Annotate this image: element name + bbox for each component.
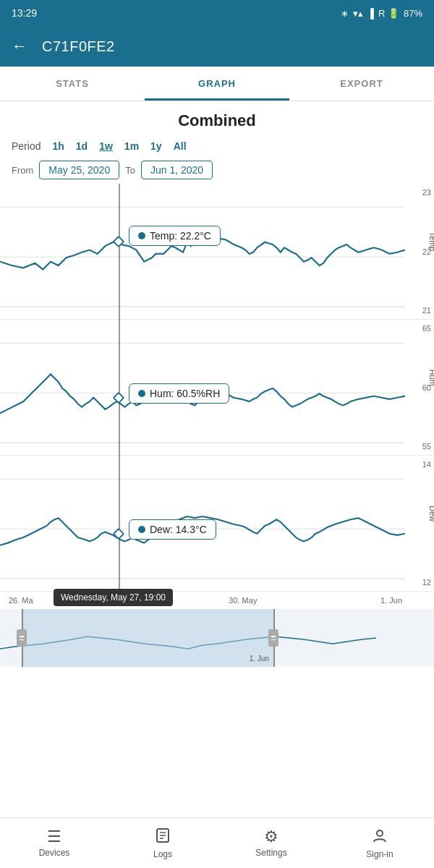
dew-chart[interactable]: 14 12 Dew Dew: 14.3°C bbox=[0, 456, 434, 592]
mini-handle-right[interactable] bbox=[268, 629, 278, 647]
nav-settings[interactable]: ⚙ Settings bbox=[217, 818, 326, 868]
nav-devices[interactable]: ☰ Devices bbox=[0, 818, 109, 868]
status-time: 13:29 bbox=[12, 7, 37, 19]
logs-icon bbox=[155, 827, 171, 846]
period-all[interactable]: All bbox=[171, 139, 190, 153]
header: ← C71F0FE2 bbox=[0, 26, 434, 67]
hum-chart[interactable]: 65 60 55 Hum Hum: 60.5%RH bbox=[0, 320, 434, 456]
svg-point-13 bbox=[377, 830, 383, 836]
status-bar: 13:29 ∗ ▾▴ ▐ R 🔋 87% bbox=[0, 0, 434, 26]
temp-chart-svg bbox=[0, 184, 405, 330]
period-1y[interactable]: 1y bbox=[148, 139, 165, 153]
chart-title: Combined bbox=[0, 101, 434, 136]
nav-signin[interactable]: Sign-in bbox=[326, 818, 434, 868]
to-date-picker[interactable]: Jun 1, 2020 bbox=[141, 161, 213, 179]
bottom-nav: ☰ Devices Logs ⚙ Settings Sign-in bbox=[0, 817, 434, 868]
dew-chart-svg bbox=[0, 456, 405, 602]
period-1d[interactable]: 1d bbox=[73, 139, 90, 153]
tab-bar: STATS GRAPH EXPORT bbox=[0, 67, 434, 101]
period-label: Period bbox=[12, 140, 41, 152]
from-date-picker[interactable]: May 25, 2020 bbox=[39, 161, 119, 179]
dew-y-bot: 12 bbox=[408, 578, 431, 587]
battery-label: R 🔋 bbox=[378, 8, 399, 19]
tab-stats[interactable]: STATS bbox=[0, 67, 145, 101]
temp-y-top: 23 bbox=[408, 188, 431, 197]
mini-chart-date-label: 1. Jun bbox=[250, 655, 269, 663]
main-content: Combined Period 1h 1d 1w 1m 1y All From … bbox=[0, 101, 434, 817]
back-button[interactable]: ← bbox=[12, 37, 27, 56]
nav-signin-label: Sign-in bbox=[366, 849, 393, 859]
hum-y-bot: 55 bbox=[408, 442, 431, 451]
charts-wrapper: 23 22 21 Temp Temp: 22.2°C bbox=[0, 184, 434, 609]
crosshair-date-tooltip: Wednesday, May 27, 19:00 bbox=[54, 589, 173, 606]
settings-icon: ⚙ bbox=[264, 829, 278, 845]
period-selector: Period 1h 1d 1w 1m 1y All bbox=[0, 136, 434, 156]
period-1w[interactable]: 1w bbox=[96, 139, 116, 153]
nav-logs-label: Logs bbox=[153, 849, 172, 859]
tab-export[interactable]: EXPORT bbox=[289, 67, 434, 101]
x-axis: 26. Ma Wednesday, May 27, 19:00 30. May … bbox=[0, 592, 434, 609]
hum-y-top: 65 bbox=[408, 324, 431, 333]
to-label: To bbox=[125, 165, 135, 176]
status-icons: ∗ ▾▴ ▐ R 🔋 87% bbox=[341, 8, 422, 19]
signal-icon: ▐ bbox=[367, 8, 374, 19]
x-label-0: 26. Ma bbox=[9, 596, 33, 605]
header-title: C71F0FE2 bbox=[42, 38, 115, 55]
devices-icon: ☰ bbox=[47, 829, 61, 845]
nav-logs[interactable]: Logs bbox=[109, 818, 217, 868]
x-label-1: 30. May bbox=[229, 596, 257, 605]
x-label-2: 1. Jun bbox=[380, 596, 402, 605]
temp-y-bot: 21 bbox=[408, 306, 431, 315]
mini-handle-left[interactable] bbox=[17, 629, 27, 647]
nav-settings-label: Settings bbox=[255, 848, 286, 858]
battery-percent: 87% bbox=[404, 8, 422, 19]
signin-icon bbox=[372, 827, 388, 846]
hum-axis-title: Hum bbox=[428, 363, 434, 392]
date-range: From May 25, 2020 To Jun 1, 2020 bbox=[0, 156, 434, 184]
hum-chart-svg bbox=[0, 320, 405, 466]
bluetooth-icon: ∗ bbox=[341, 8, 349, 19]
tab-graph[interactable]: GRAPH bbox=[145, 67, 289, 101]
mini-chart[interactable]: 1. Jun bbox=[0, 609, 434, 667]
from-label: From bbox=[12, 165, 33, 176]
temp-axis-title: Temp bbox=[428, 227, 434, 256]
period-1m[interactable]: 1m bbox=[122, 139, 142, 153]
dew-y-top: 14 bbox=[408, 460, 431, 469]
mini-range bbox=[22, 609, 275, 667]
period-1h[interactable]: 1h bbox=[49, 139, 67, 153]
wifi-icon: ▾▴ bbox=[353, 8, 363, 19]
temp-chart[interactable]: 23 22 21 Temp Temp: 22.2°C bbox=[0, 184, 434, 320]
dew-axis-title: Dew bbox=[428, 499, 434, 528]
nav-devices-label: Devices bbox=[39, 848, 70, 858]
